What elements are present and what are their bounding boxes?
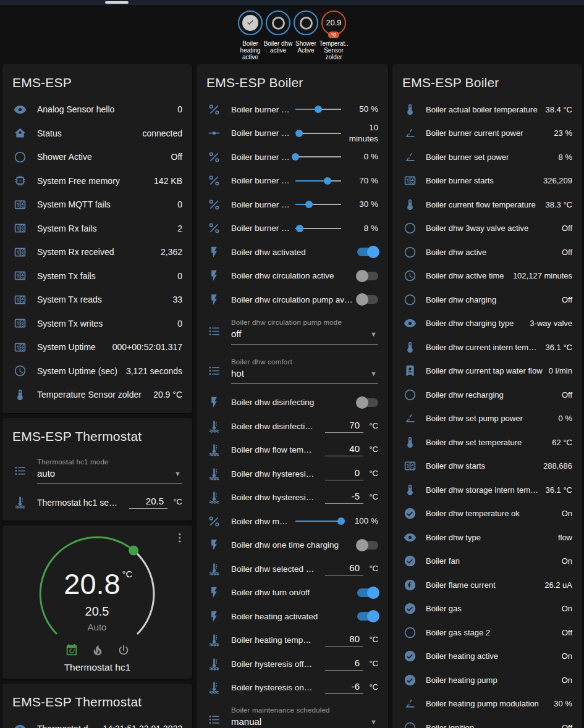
entity-row[interactable]: Boiler dhw storage intern temperature36.… [402,478,572,502]
entity-row[interactable]: Boiler heating pump modulation30 % [402,692,572,716]
entity-row[interactable]: Boiler dhw set temperature62 °C [402,430,572,454]
entity-row[interactable]: Boiler dhw set pump power0 % [402,407,572,431]
entity-row[interactable]: Boiler heating pumpOn [402,668,572,692]
overflow-menu-icon[interactable] [174,532,186,546]
entity-row[interactable]: Thermostat date/time14:21:51 22.01.2022 [12,717,182,728]
slider[interactable] [295,515,341,527]
dial-handle[interactable] [129,546,138,556]
entity-row[interactable]: Boiler dhw starts288,686 [402,454,572,479]
number-field[interactable]: 60°C [325,563,378,575]
number-field[interactable]: 6°C [325,658,378,671]
entity-row[interactable]: Boiler dhw typeflow [402,525,572,550]
number-field[interactable]: -5°C [325,491,378,504]
entity-row[interactable]: Boiler dhw 3way valve activeOff [402,217,572,241]
entity-row[interactable]: Boiler dhw activated [206,240,378,264]
entity-row[interactable]: Boiler burner pump …30 % [206,193,378,217]
select-field[interactable]: Thermostat hc1 modeauto▼ [37,458,182,484]
entity-row[interactable]: Boiler dhw disinfecting [206,391,378,415]
entity-row[interactable]: System Rx received2,362 [12,240,182,264]
entity-row[interactable]: Boiler burner starts326,209 [402,169,572,193]
slider[interactable] [295,127,341,140]
entity-row[interactable]: Boiler dhw current tap water flow0 l/min [402,359,572,383]
slider[interactable] [295,222,341,235]
entity-row[interactable]: System Uptime000+00:52:01.317 [12,335,182,359]
entity-row[interactable]: Boiler heating activeOn [402,645,572,669]
entity-row[interactable]: Boiler heating activated [206,605,378,629]
entity-row[interactable]: Boiler dhw charging type3-way valve [402,312,572,336]
entity-row[interactable]: Boiler burner min p…10minutes [206,122,378,146]
entity-row[interactable]: Thermostat hc1 modeauto▼ [12,451,182,491]
number-field[interactable]: -6°C [325,681,378,694]
number-field[interactable]: 80°C [325,634,378,646]
entity-row[interactable]: Boiler gasOn [402,597,572,621]
toggle-switch[interactable] [357,398,378,407]
toggle-switch[interactable] [357,295,378,304]
thermostat-dial[interactable]: 20.8 °C 20.5 Auto [2,525,192,658]
entity-row[interactable]: System Uptime (sec)3,121 seconds [12,359,182,383]
toggle-switch[interactable] [357,541,378,550]
badge[interactable]: 20.9°CTemperat.. Sensor zolder [320,10,348,61]
badge-circle[interactable] [266,10,290,35]
entity-row[interactable]: Boiler dhw rechargingOff [402,383,572,407]
select-field[interactable]: Boiler dhw circulation pump modeoff▼ [231,319,378,345]
entity-row[interactable]: Temperature Sensor zolder20.9 °C [12,383,182,407]
entity-row[interactable]: Boiler dhw circulation pump available [206,288,378,312]
entity-row[interactable]: Boiler burner selecte…8 % [206,217,378,241]
entity-row[interactable]: Boiler dhw turn on/off [206,581,378,605]
entity-row[interactable]: System Tx fails0 [12,264,182,288]
mode-off-power-icon[interactable] [117,643,130,657]
entity-row[interactable]: Boiler flame current26.2 uA [402,573,572,597]
entity-row[interactable]: System Free memory142 KB [12,169,182,193]
entity-row[interactable]: Boiler burner min po…0 % [206,145,378,169]
number-field[interactable]: 0°C [325,467,378,480]
entity-row[interactable]: Boiler burner current power23 % [402,122,572,146]
entity-row[interactable]: Shower ActiveOff [12,145,182,169]
toggle-switch[interactable] [357,588,378,597]
entity-row[interactable]: Boiler dhw selected …60°C [206,557,378,581]
entity-row[interactable]: Statusconnected [12,122,182,146]
entity-row[interactable]: Boiler dhw comforthot▼ [206,351,378,391]
slider[interactable] [295,103,341,115]
select-field[interactable]: Boiler maintenance scheduledmanual▼ [231,706,378,728]
entity-row[interactable]: Boiler ignitionOff [402,716,572,728]
entity-row[interactable]: Boiler dhw temperature okOn [402,502,572,526]
entity-row[interactable]: Boiler dhw max power100 % [206,509,378,533]
entity-row[interactable]: Boiler heating temp…80°C [206,629,378,653]
slider[interactable] [295,151,341,163]
entity-row[interactable]: Boiler dhw hysteresi…0°C [206,462,378,486]
entity-row[interactable]: System Rx fails2 [12,217,182,241]
entity-row[interactable]: Boiler dhw chargingOff [402,288,572,312]
toggle-switch[interactable] [357,248,378,256]
badge-circle[interactable] [294,10,318,35]
entity-row[interactable]: Boiler dhw circulation pump modeoff▼ [206,312,378,351]
number-field[interactable]: 40°C [325,443,378,456]
slider[interactable] [295,198,341,211]
entity-row[interactable]: Boiler burner max po…50 % [206,98,378,122]
entity-row[interactable]: Boiler dhw current intern temperature36.… [402,335,572,359]
entity-row[interactable]: Boiler dhw one time charging [206,533,378,558]
entity-row[interactable]: Boiler dhw active time102,127 minutes [402,264,572,288]
entity-row[interactable]: Boiler hysteresis on…-6°C [206,676,378,700]
number-field[interactable]: 20.5°C [129,496,182,509]
entity-row[interactable]: Boiler actual boiler temperature38.4 °C [402,98,572,122]
entity-row[interactable]: Boiler maintenance scheduledmanual▼ [206,700,378,728]
select-field[interactable]: Boiler dhw comforthot▼ [231,358,378,384]
entity-row[interactable]: Boiler dhw activeOff [402,240,572,264]
slider[interactable] [295,175,341,187]
entity-row[interactable]: Boiler dhw disinfecti…70°C [206,414,378,438]
entity-row[interactable]: Boiler burner pump …70 % [206,169,378,193]
entity-row[interactable]: System Tx reads33 [12,288,182,312]
entity-row[interactable]: Boiler current flow temperature38.3 °C [402,193,572,217]
entity-row[interactable]: Boiler hysteresis off…6°C [206,652,378,676]
entity-row[interactable]: Analog Sensor hello0 [12,98,182,122]
toggle-switch[interactable] [357,612,378,621]
number-field[interactable]: 70°C [325,420,378,433]
entity-row[interactable]: System MQTT fails0 [12,193,182,217]
entity-row[interactable]: Boiler dhw circulation active [206,264,378,288]
entity-row[interactable]: Boiler burner set power8 % [402,145,572,169]
entity-row[interactable]: Boiler dhw flow tem…40°C [206,438,378,462]
mode-heat-fire-icon[interactable] [91,643,104,657]
scroll-indicator[interactable] [105,1,129,4]
entity-row[interactable]: System Tx writes0 [12,312,182,336]
badge-circle[interactable] [238,10,263,35]
